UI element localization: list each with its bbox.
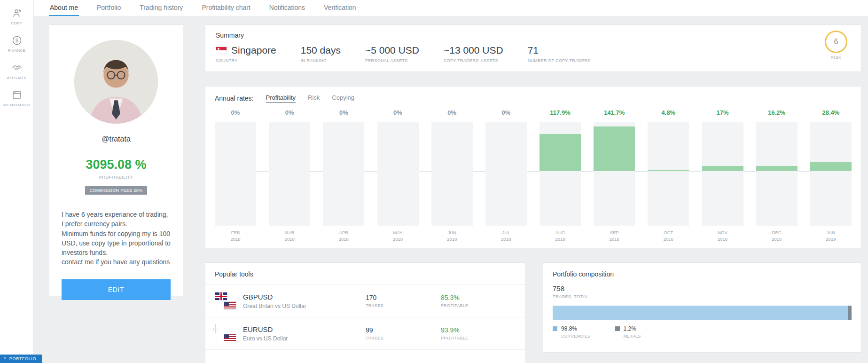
bar [540, 122, 581, 226]
bar-month-label: AUG2018 [540, 229, 581, 243]
stat-number-of-copy-traders: 71 NUMBER OF COPY TRADERS [528, 45, 591, 63]
rate-tab-profitability[interactable]: Profitability [266, 94, 296, 103]
icon-sidebar: COPY $ FINANCE AFFILIATE [0, 0, 34, 363]
tab-verification[interactable]: Verification [323, 0, 357, 16]
stat-country: Singapore COUNTRY [216, 45, 276, 63]
composition-stacked-bar [553, 306, 852, 320]
sidebar-item-copy[interactable]: COPY [0, 8, 33, 25]
legend-currencies: 98.8% CURRENCIES [553, 325, 591, 339]
bar [810, 122, 852, 226]
sidebar-item-label: AFFILIATE [7, 76, 27, 80]
risk-label: RISK [823, 55, 849, 60]
bar-value-label: 0% [377, 109, 419, 120]
trades-total-label: TRADES, TOTAL [553, 294, 852, 299]
bar-month-label: MAR2018 [269, 229, 310, 243]
in-ranking-label: IN RANKING [301, 58, 341, 63]
bar-value-label: 16.2% [756, 109, 798, 120]
portfolio-badge-label: PORTFOLIO [9, 356, 36, 361]
bar [323, 122, 364, 226]
gbpusd-flags-icon [215, 292, 236, 310]
edit-button[interactable]: EDIT [62, 279, 171, 300]
chart-column: 0%MAY2018 [377, 109, 419, 243]
portfolio-composition-card: Portfolio composition 758 TRADES, TOTAL … [543, 262, 861, 353]
tab-portfolio[interactable]: Portfolio [96, 0, 122, 16]
tool-row-eurusd[interactable]: EURUSD Euro vs US Dollar 99 TRADES 93.9%… [205, 317, 525, 350]
tool-fullname: Euro vs US Dollar [243, 335, 366, 342]
bar-month-label: OCT2018 [648, 229, 689, 243]
tab-profitability-chart[interactable]: Profitability chart [201, 0, 251, 16]
sidebar-item-affiliate[interactable]: AFFILIATE [0, 62, 33, 80]
profitable-label: PROFITABLE [441, 336, 516, 340]
chart-column: 17%NOV2018 [702, 109, 743, 243]
currencies-value: 98.8% [561, 325, 591, 332]
bar-month-label: JUN2018 [431, 229, 473, 243]
sidebar-item-metatrader[interactable]: METATRADER [0, 89, 33, 107]
personal-assets-value: ~5 000 USD [365, 45, 419, 56]
trades-label: TRADES [366, 336, 441, 340]
bar-value-label: 28.4% [810, 109, 852, 120]
tool-profitable: 93.9% PROFITABLE [441, 326, 516, 340]
annual-chart: 0%FEB20180%MAR20180%APR20180%MAY20180%JU… [215, 109, 852, 243]
singapore-flag-icon [216, 47, 227, 54]
currencies-swatch-icon [553, 326, 557, 331]
bar-month-label: NOV2018 [702, 229, 743, 243]
us-flag-icon [224, 301, 236, 310]
composition-legend: 98.8% CURRENCIES 1.2% METALS [553, 325, 852, 339]
rate-tab-risk[interactable]: Risk [308, 94, 320, 103]
in-ranking-value: 150 days [301, 45, 341, 56]
svg-text:$: $ [15, 38, 18, 43]
tool-trades: 170 TRADES [366, 294, 441, 308]
tab-notifications[interactable]: Notifications [268, 0, 306, 16]
sidebar-item-label: COPY [11, 21, 23, 25]
copy-traders-assets-label: COPY TRADERS' ASSETS [444, 58, 503, 63]
bar [702, 122, 743, 226]
sidebar-item-label: FINANCE [8, 48, 25, 53]
metals-label: METALS [624, 334, 641, 339]
bar-month-label: JAN2019 [810, 229, 852, 243]
rate-tab-copying[interactable]: Copying [332, 94, 354, 103]
annual-rates-title: Annual rates: [215, 95, 254, 102]
bar-month-label: DEC2018 [756, 229, 798, 243]
tool-profitable: 85.3% PROFITABLE [441, 294, 516, 308]
bar [377, 122, 419, 226]
bar-month-label: SEP2018 [594, 229, 635, 243]
collapse-caret-icon: ^ [4, 357, 6, 361]
chart-column: 0%JUL2018 [485, 109, 527, 243]
tab-trading-history[interactable]: Trading history [139, 0, 184, 16]
chart-column: 0%MAR2018 [269, 109, 310, 243]
bar [485, 122, 527, 226]
bar [756, 122, 798, 226]
trades-total-value: 758 [553, 284, 852, 292]
metals-swatch-icon [615, 326, 620, 331]
sidebar-item-finance[interactable]: $ FINANCE [0, 35, 33, 53]
chart-column: 0%FEB2018 [215, 109, 256, 243]
commission-fees-badge: COMMISSION FEES 20% [85, 186, 147, 195]
tool-symbol: GBPUSD [243, 293, 366, 301]
profile-card: @tratata 3095.08 % PROFITABILITY COMMISS… [49, 24, 183, 296]
sidebar-item-label: METATRADER [3, 103, 30, 107]
copy-traders-count-value: 71 [528, 45, 591, 56]
bar-value-label: 0% [269, 109, 310, 120]
portfolio-composition-title: Portfolio composition [543, 263, 861, 284]
bar-value-label: 4.8% [648, 109, 689, 120]
portfolio-collapse-badge[interactable]: ^ PORTFOLIO [0, 355, 42, 363]
bar-month-label: JUL2018 [485, 229, 527, 243]
tool-fullname: Great Britan vs US Dollar [243, 303, 366, 309]
tool-row-gbpusd[interactable]: GBPUSD Great Britan vs US Dollar 170 TRA… [205, 284, 525, 317]
profitable-label: PROFITABLE [441, 303, 516, 308]
tab-about-me[interactable]: About me [49, 0, 79, 16]
legend-metals: 1.2% METALS [615, 325, 641, 339]
eurusd-flags-icon [215, 324, 236, 342]
profile-tabbar: About me Portfolio Trading history Profi… [34, 0, 868, 16]
bar-month-label: APR2018 [323, 229, 364, 243]
profitable-value: 93.9% [441, 326, 516, 334]
summary-stats: Singapore COUNTRY 150 days IN RANKING ~5… [216, 45, 851, 63]
metals-segment [848, 306, 852, 320]
bio-line: Minimum funds for copying my is 100 USD,… [62, 229, 171, 258]
trades-label: TRADES [366, 303, 441, 308]
bio-text: I have 6 years experiance of trading, I … [62, 210, 171, 267]
profitable-value: 85.3% [441, 294, 516, 301]
chart-column: 0%APR2018 [323, 109, 364, 243]
summary-title: Summary [216, 32, 851, 39]
profitability-label: PROFITABILITY [62, 175, 171, 180]
